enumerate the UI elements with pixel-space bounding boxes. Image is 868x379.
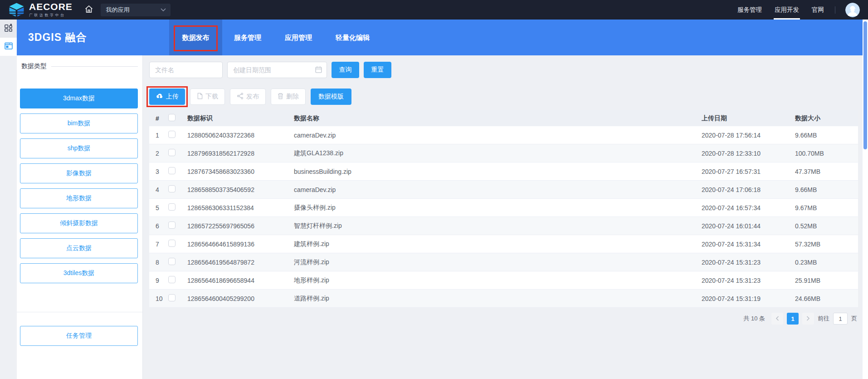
row-data-name: 道路样例.zip	[294, 295, 702, 303]
col-header-data-id: 数据标识	[187, 114, 294, 123]
delete-button-label: 删除	[286, 93, 299, 101]
row-index: 8	[149, 259, 168, 266]
row-upload-date: 2020-07-28 12:33:10	[702, 150, 795, 157]
row-upload-date: 2020-07-24 17:06:18	[702, 186, 795, 193]
prev-page-button[interactable]	[771, 313, 783, 325]
page-unit-label: 页	[851, 315, 857, 323]
upload-button[interactable]: 上传	[149, 89, 185, 105]
goto-page-input[interactable]	[833, 313, 848, 325]
row-data-name: 河流样例.zip	[294, 258, 702, 266]
publish-button[interactable]: 发布	[230, 89, 266, 105]
sidebar-item-label: 地形数据	[66, 194, 92, 202]
col-header-checkbox	[168, 114, 187, 123]
download-file-icon	[197, 93, 203, 101]
sidebar-item-label: bim数据	[68, 119, 91, 128]
sidebar: 数据类型 3dmax数据 bim数据 shp数据 影像数据 地形数据 倾斜摄影数…	[17, 55, 143, 379]
download-button[interactable]: 下载	[190, 89, 225, 105]
daterange-input[interactable]	[227, 62, 327, 78]
app-window-icon	[4, 41, 13, 52]
row-upload-date: 2020-07-24 15:31:23	[702, 259, 795, 266]
row-data-name: 智慧灯杆样例.zip	[294, 222, 702, 230]
row-checkbox[interactable]	[168, 203, 176, 211]
row-data-size: 100.70MB	[795, 150, 858, 157]
header-tab-label: 轻量化编辑	[336, 34, 370, 41]
delete-button[interactable]: 删除	[271, 89, 306, 105]
vertical-scrollbar[interactable]	[863, 20, 868, 379]
row-data-name: cameraDev.zip	[294, 186, 702, 193]
page-number-current[interactable]: 1	[787, 313, 799, 325]
sidebar-item[interactable]: 点云数据	[20, 238, 138, 258]
table-body: 1 1288050624033722368 cameraDev.zip 2020…	[149, 126, 858, 308]
row-data-id: 1286564619564879872	[187, 259, 294, 266]
row-checkbox[interactable]	[168, 240, 176, 247]
icon-strip	[0, 20, 17, 379]
prev-arrow-icon	[775, 315, 779, 322]
topbar-link-label: 官网	[812, 6, 824, 13]
row-index: 10	[149, 295, 168, 302]
reset-button[interactable]: 重置	[364, 62, 391, 78]
col-header-data-size: 数据大小	[795, 114, 858, 123]
sidebar-item-task-manage[interactable]: 任务管理	[20, 326, 138, 346]
page-title: 3DGIS 融合	[28, 20, 87, 55]
row-checkbox[interactable]	[168, 149, 176, 156]
sidebar-item-label: 倾斜摄影数据	[60, 219, 98, 227]
row-checkbox-cell	[168, 294, 187, 303]
table-row: 6 1286572255697965056 智慧灯杆样例.zip 2020-07…	[149, 217, 858, 235]
chevron-down-icon	[161, 8, 166, 11]
row-checkbox[interactable]	[168, 221, 176, 229]
topbar-divider	[835, 6, 835, 14]
row-data-id: 1286564600405299200	[187, 295, 294, 302]
sidebar-item[interactable]: 倾斜摄影数据	[20, 213, 138, 233]
row-data-id: 1286564664615899136	[187, 241, 294, 248]
col-header-data-name: 数据名称	[294, 114, 702, 123]
app-window-nav-button[interactable]	[0, 38, 17, 56]
action-row: 上传 下载 发布	[149, 89, 351, 105]
row-checkbox[interactable]	[168, 294, 176, 301]
row-data-name: 地形样例.zip	[294, 276, 702, 285]
table-row: 1 1288050624033722368 cameraDev.zip 2020…	[149, 126, 858, 144]
topbar-link[interactable]: 服务管理	[737, 0, 762, 20]
table-row: 4 1286588503735406592 cameraDev.zip 2020…	[149, 181, 858, 199]
data-template-button[interactable]: 数据模版	[311, 89, 351, 105]
filename-input[interactable]	[149, 62, 223, 78]
topbar-link[interactable]: 应用开发	[775, 0, 799, 20]
row-checkbox-cell	[168, 131, 187, 139]
header-tab[interactable]: 应用管理	[273, 20, 324, 55]
sidebar-item[interactable]: 3dmax数据	[20, 89, 138, 108]
header-tab[interactable]: 数据发布	[169, 20, 222, 55]
scrollbar-thumb[interactable]	[863, 21, 867, 149]
pagination-total: 共 10 条	[743, 315, 765, 323]
row-checkbox[interactable]	[168, 276, 176, 283]
search-button[interactable]: 查询	[332, 62, 359, 78]
dashboard-nav-button[interactable]	[0, 20, 17, 38]
col-header-index: #	[149, 115, 168, 122]
table-row: 5 1286586306331152384 摄像头样例.zip 2020-07-…	[149, 199, 858, 217]
sidebar-item[interactable]: 地形数据	[20, 188, 138, 208]
app-select-dropdown[interactable]: 我的应用	[101, 4, 171, 16]
row-checkbox[interactable]	[168, 131, 176, 138]
row-checkbox[interactable]	[168, 167, 176, 174]
row-data-id: 1287673458683023360	[187, 168, 294, 175]
row-upload-date: 2020-07-28 17:56:14	[702, 132, 795, 139]
topbar-link-label: 应用开发	[775, 6, 799, 13]
header-tab[interactable]: 轻量化编辑	[324, 20, 381, 55]
row-data-size: 9.67MB	[795, 204, 858, 212]
row-data-name: 摄像头样例.zip	[294, 204, 702, 212]
sidebar-item[interactable]: bim数据	[20, 113, 138, 133]
topbar-link[interactable]: 官网	[812, 0, 824, 20]
header-tab[interactable]: 服务管理	[222, 20, 273, 55]
sidebar-item[interactable]: 3dtiles数据	[20, 263, 138, 283]
select-all-checkbox[interactable]	[168, 114, 176, 121]
next-page-button[interactable]	[802, 313, 814, 325]
table-row: 7 1286564664615899136 建筑样例.zip 2020-07-2…	[149, 235, 858, 253]
row-checkbox[interactable]	[168, 258, 176, 265]
row-checkbox-cell	[168, 276, 187, 285]
home-button[interactable]	[84, 5, 93, 15]
row-upload-date: 2020-07-24 16:01:44	[702, 222, 795, 230]
sidebar-item[interactable]: 影像数据	[20, 163, 138, 183]
sidebar-item[interactable]: shp数据	[20, 138, 138, 158]
dashboard-grid-icon	[4, 24, 13, 34]
row-checkbox[interactable]	[168, 185, 176, 192]
table-row: 3 1287673458683023360 businessBuilding.z…	[149, 162, 858, 181]
user-avatar-icon[interactable]	[845, 3, 860, 17]
